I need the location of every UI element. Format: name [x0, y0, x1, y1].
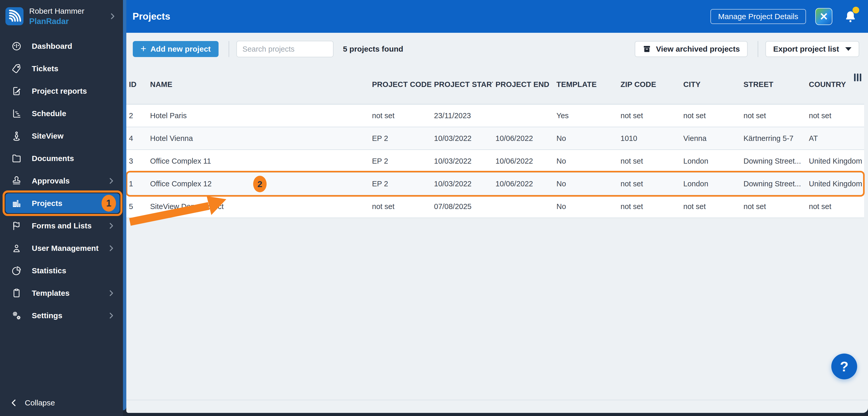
- view-archived-label: View archived projects: [656, 45, 740, 54]
- cell-template: No: [554, 134, 618, 143]
- cell-name: Hotel Vienna: [148, 134, 369, 143]
- projects-toolbar: + Add new project 5 projects found View …: [133, 41, 859, 57]
- chevron-right-icon: [107, 289, 116, 298]
- report-icon: [11, 85, 22, 97]
- view-archived-projects-button[interactable]: View archived projects: [635, 41, 748, 57]
- cell-city: not set: [681, 202, 741, 211]
- sidebar-item-documents[interactable]: Documents: [5, 148, 120, 168]
- cell-name: SiteView Demoproject: [148, 202, 369, 211]
- sidebar-item-user-management[interactable]: User Management: [5, 238, 120, 258]
- cell-template: Yes: [554, 111, 618, 120]
- account-switcher[interactable]: Robert Hammer PlanRadar: [0, 0, 123, 33]
- collapse-label: Collapse: [25, 398, 55, 407]
- toolbar-divider: [758, 41, 758, 57]
- results-count: 5 projects found: [343, 45, 403, 54]
- table-header: IDNAMEPROJECT CODEPROJECT STARTPROJECT E…: [126, 69, 864, 100]
- schedule-icon: [11, 108, 22, 119]
- cell-id: 3: [126, 157, 148, 165]
- cell-start: 23/11/2023: [431, 111, 493, 120]
- cell-country: United Kingdom: [806, 157, 864, 165]
- dashboard-icon: [11, 40, 22, 52]
- notifications-button[interactable]: [844, 9, 857, 24]
- sidebar-item-schedule[interactable]: Schedule: [5, 103, 120, 124]
- cell-zip: not set: [618, 202, 681, 211]
- cell-code: not set: [369, 111, 431, 120]
- cell-start: 07/08/2025: [431, 202, 493, 211]
- cell-end: 10/06/2022: [493, 134, 554, 143]
- cell-start: 10/03/2022: [431, 180, 493, 188]
- cell-country: AT: [806, 134, 864, 143]
- sidebar-item-projects[interactable]: Projects 1: [5, 193, 120, 213]
- sidebar-accent-stripe: [123, 0, 126, 410]
- sidebar-item-dashboard[interactable]: Dashboard: [5, 36, 120, 56]
- sidebar-item-label: Forms and Lists: [32, 221, 107, 230]
- cell-template: No: [554, 202, 618, 211]
- sidebar-item-approvals[interactable]: Approvals: [5, 171, 120, 191]
- table-row[interactable]: 1Office Complex 12EP 210/03/202210/06/20…: [126, 173, 864, 195]
- sidebar-item-statistics[interactable]: Statistics: [5, 261, 120, 280]
- column-header-name: NAME: [148, 80, 369, 89]
- column-header-street: STREET: [741, 80, 806, 89]
- page-header: Projects Manage Project Details ✕: [126, 0, 868, 33]
- plus-icon: +: [141, 44, 146, 54]
- add-new-project-label: Add new project: [150, 45, 211, 54]
- chevron-left-icon: [8, 397, 20, 409]
- cell-country: not set: [806, 202, 864, 211]
- manage-project-details-button[interactable]: Manage Project Details: [710, 9, 806, 24]
- cell-id: 5: [126, 202, 148, 211]
- stamp-icon: [11, 175, 22, 186]
- sidebar-item-label: Schedule: [32, 109, 116, 118]
- cell-street: not set: [741, 202, 806, 211]
- chevron-right-icon: [107, 176, 116, 185]
- user-name: Robert Hammer: [29, 6, 108, 16]
- cell-city: not set: [681, 111, 741, 120]
- sidebar-item-label: Project reports: [32, 87, 116, 96]
- org-name: PlanRadar: [29, 16, 108, 27]
- planradar-connect-icon[interactable]: ✕: [815, 8, 832, 25]
- sidebar-item-templates[interactable]: Templates: [5, 283, 120, 303]
- sidebar-item-label: User Management: [32, 244, 107, 253]
- column-header-city: CITY: [681, 80, 741, 89]
- sidebar-item-settings[interactable]: Settings: [5, 306, 120, 325]
- sidebar-item-tickets[interactable]: Tickets: [5, 59, 120, 78]
- sidebar-item-forms-and-lists[interactable]: Forms and Lists: [5, 216, 120, 236]
- table-body: 2Hotel Parisnot set23/11/2023Yesnot setn…: [126, 104, 864, 218]
- cell-template: No: [554, 180, 618, 188]
- sidebar-item-project-reports[interactable]: Project reports: [5, 81, 120, 101]
- search-input[interactable]: [237, 41, 334, 57]
- planradar-logo-icon: [5, 7, 24, 25]
- column-header-zip-code: ZIP CODE: [618, 80, 681, 89]
- cell-id: 1: [126, 180, 148, 188]
- sidebar-item-label: Settings: [32, 311, 107, 320]
- sidebar-nav: Dashboard Tickets Project reports Schedu…: [0, 36, 123, 325]
- page-title: Projects: [132, 11, 170, 22]
- sidebar-item-label: Templates: [32, 289, 107, 298]
- folder-icon: [11, 153, 22, 164]
- column-header-template: TEMPLATE: [554, 80, 618, 89]
- step-badge: 2: [253, 176, 267, 192]
- cell-code: EP 2: [369, 180, 431, 188]
- cell-code: not set: [369, 202, 431, 211]
- add-new-project-button[interactable]: + Add new project: [133, 41, 219, 57]
- cell-city: London: [681, 157, 741, 165]
- table-row[interactable]: 2Hotel Parisnot set23/11/2023Yesnot setn…: [126, 105, 864, 127]
- sidebar-item-label: Statistics: [32, 266, 116, 275]
- cell-street: not set: [741, 111, 806, 120]
- table-row[interactable]: 5SiteView Demoprojectnot set07/08/2025No…: [126, 195, 864, 218]
- cell-city: London: [681, 180, 741, 188]
- chevron-right-icon: [107, 221, 116, 230]
- table-row[interactable]: 4Hotel ViennaEP 210/03/202210/06/2022No1…: [126, 127, 864, 150]
- cell-id: 4: [126, 134, 148, 143]
- collapse-button[interactable]: Collapse: [0, 394, 123, 412]
- help-button[interactable]: ?: [831, 353, 857, 379]
- table-row[interactable]: 3Office Complex 11EP 210/03/202210/06/20…: [126, 150, 864, 173]
- sidebar-item-label: Dashboard: [32, 42, 116, 50]
- export-project-list-button[interactable]: Export project list: [766, 41, 859, 57]
- person-icon: [11, 243, 22, 254]
- cell-zip: not set: [618, 157, 681, 165]
- sidebar-item-siteview[interactable]: SiteView: [5, 126, 120, 146]
- cell-name: Hotel Paris: [148, 111, 369, 120]
- cell-country: United Kingdom: [806, 180, 864, 188]
- clipboard-icon: [11, 287, 22, 299]
- cell-start: 10/03/2022: [431, 157, 493, 165]
